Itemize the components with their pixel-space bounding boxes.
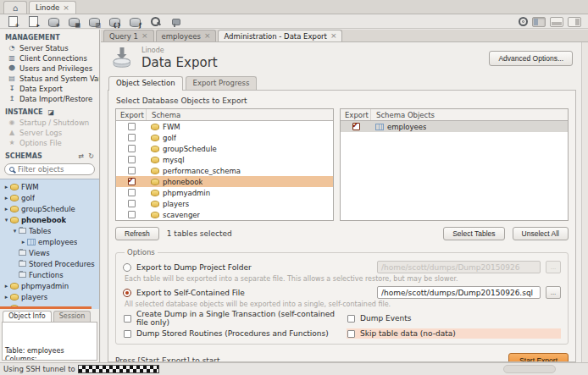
document-tab[interactable]: Administration - Data Export bbox=[218, 30, 342, 41]
close-icon[interactable] bbox=[63, 4, 69, 12]
sidebar-item[interactable]: Server Status bbox=[0, 43, 99, 53]
new-query-tab-icon[interactable]: + bbox=[7, 16, 19, 27]
export-checkbox[interactable] bbox=[128, 145, 136, 152]
table-row[interactable]: mysql bbox=[116, 154, 333, 165]
tree-arrow-icon[interactable] bbox=[3, 206, 10, 212]
advanced-options-button[interactable]: Advanced Options... bbox=[489, 51, 573, 66]
toggle-right-sidebar-button[interactable] bbox=[568, 17, 581, 27]
settings-icon[interactable] bbox=[519, 17, 528, 26]
document-tab[interactable]: employees bbox=[156, 30, 217, 41]
table-row[interactable]: FWM bbox=[116, 121, 333, 132]
tree-arrow-icon[interactable] bbox=[3, 184, 10, 190]
export-checkbox[interactable] bbox=[128, 167, 136, 174]
sidebar-item[interactable]: Options File bbox=[0, 138, 99, 148]
export-checkbox[interactable] bbox=[128, 178, 136, 185]
expand-collapse-icon[interactable]: ⇄ bbox=[79, 152, 85, 160]
object-info-line: Columns: bbox=[5, 356, 94, 361]
sidebar-item[interactable]: Data Import/Restore bbox=[0, 94, 99, 104]
table-row[interactable]: performance_schema bbox=[116, 165, 333, 176]
object-info-tab[interactable]: Object Info bbox=[3, 311, 52, 322]
subtab[interactable]: Export Progress bbox=[186, 76, 258, 90]
export-checkbox[interactable] bbox=[128, 134, 136, 141]
select-tables-button[interactable]: Select Tables bbox=[443, 227, 504, 240]
subtab[interactable]: Object Selection bbox=[108, 76, 183, 91]
table-row[interactable]: groupSchedule bbox=[116, 143, 333, 154]
filter-objects-input[interactable] bbox=[18, 165, 90, 174]
create-table-icon[interactable]: ▦ bbox=[68, 16, 80, 27]
document-tab[interactable]: Query 1 bbox=[103, 30, 154, 41]
export-checkbox[interactable] bbox=[128, 156, 136, 163]
export-mode-radio[interactable] bbox=[123, 289, 131, 297]
schema-tree-item[interactable]: Views bbox=[0, 247, 99, 258]
home-tab[interactable]: ⌂ bbox=[3, 1, 27, 14]
schema-tree-item[interactable]: phonebook bbox=[0, 214, 99, 225]
sidebar-item[interactable]: Startup / Shutdown bbox=[0, 118, 99, 128]
sidebar-item[interactable]: Status and System Variables bbox=[0, 74, 99, 84]
close-icon[interactable] bbox=[141, 32, 148, 40]
export-checkbox[interactable] bbox=[128, 189, 136, 196]
sidebar-item[interactable]: Users and Privileges bbox=[0, 63, 99, 74]
open-sql-script-icon[interactable]: ▸ bbox=[27, 16, 40, 27]
tree-arrow-icon[interactable] bbox=[3, 283, 10, 290]
tree-arrow-icon[interactable] bbox=[3, 294, 10, 301]
close-icon[interactable] bbox=[330, 32, 337, 40]
object-info-tab[interactable]: Session bbox=[53, 311, 92, 322]
export-mode-radio[interactable] bbox=[123, 263, 131, 272]
horizontal-scrollbar[interactable] bbox=[0, 306, 92, 309]
dump-option-checkbox[interactable] bbox=[347, 315, 355, 323]
schema-tree-item[interactable]: Stored Procedures bbox=[0, 258, 99, 269]
browse-button[interactable]: ... bbox=[546, 286, 561, 299]
sidebar-item[interactable]: Client Connections bbox=[0, 53, 99, 63]
sidebar-item-label: Users and Privileges bbox=[19, 64, 92, 73]
table-row[interactable]: phonebook bbox=[116, 176, 333, 187]
export-path-input[interactable] bbox=[377, 261, 541, 273]
schema-tree-item[interactable]: players bbox=[0, 291, 99, 302]
vertical-scrollbar[interactable] bbox=[581, 42, 588, 362]
unselect-all-button[interactable]: Unselect All bbox=[513, 227, 569, 240]
schema-tree-item[interactable]: Tables bbox=[0, 225, 99, 236]
option-help-text: All selected database objects will be ex… bbox=[125, 301, 561, 308]
reconnect-dbms-icon[interactable] bbox=[169, 16, 182, 27]
sidebar-item[interactable]: Data Export bbox=[0, 84, 99, 94]
schema-name: phpmyadmin bbox=[163, 189, 210, 197]
schema-tree-item[interactable]: phpmyadmin bbox=[0, 280, 99, 291]
tree-arrow-icon[interactable] bbox=[3, 195, 10, 201]
browse-button[interactable]: ... bbox=[546, 261, 561, 273]
table-row[interactable]: employees bbox=[341, 121, 568, 132]
create-function-icon[interactable]: ƒ bbox=[129, 16, 141, 27]
tree-arrow-icon[interactable] bbox=[19, 239, 27, 245]
close-icon[interactable] bbox=[204, 32, 211, 40]
schema-tree-item[interactable]: Functions bbox=[0, 269, 99, 280]
export-path-input[interactable] bbox=[377, 286, 541, 299]
dump-option-checkbox[interactable] bbox=[124, 330, 131, 338]
table-row[interactable]: scavenger bbox=[116, 209, 333, 220]
dump-option-checkbox[interactable] bbox=[124, 315, 131, 323]
schema-tree-item[interactable]: groupSchedule bbox=[0, 203, 99, 214]
start-export-button[interactable]: Start Export bbox=[508, 353, 569, 362]
sidebar-item[interactable]: Server Logs bbox=[0, 128, 99, 138]
create-procedure-icon[interactable]: {} bbox=[108, 16, 121, 27]
create-view-icon[interactable]: ▥ bbox=[88, 16, 101, 27]
schema-name: groupSchedule bbox=[163, 145, 217, 153]
schema-tree-item[interactable]: golf bbox=[0, 192, 99, 203]
connection-tab[interactable]: Linode bbox=[29, 1, 76, 14]
export-checkbox[interactable] bbox=[352, 123, 360, 130]
refresh-button[interactable]: Refresh bbox=[115, 227, 159, 240]
toggle-bottom-panel-button[interactable] bbox=[550, 17, 563, 27]
table-row[interactable]: golf bbox=[116, 132, 333, 143]
tree-arrow-icon[interactable] bbox=[11, 228, 19, 234]
search-table-data-icon[interactable] bbox=[149, 16, 162, 27]
create-schema-icon[interactable]: + bbox=[47, 16, 60, 27]
table-row[interactable]: phpmyadmin bbox=[116, 187, 333, 198]
export-checkbox[interactable] bbox=[128, 123, 136, 130]
tree-arrow-icon[interactable] bbox=[3, 217, 10, 223]
table-row[interactable]: players bbox=[116, 198, 333, 209]
export-checkbox[interactable] bbox=[128, 211, 136, 218]
schema-tree-item[interactable]: employees bbox=[0, 236, 99, 247]
dump-option-label: Skip table data (no-data) bbox=[360, 329, 456, 338]
schema-tree-item[interactable]: FWM bbox=[0, 181, 99, 192]
export-checkbox[interactable] bbox=[128, 200, 136, 207]
refresh-schemas-icon[interactable]: ↻ bbox=[88, 152, 94, 160]
toggle-left-sidebar-button[interactable] bbox=[532, 17, 546, 27]
dump-option-checkbox[interactable] bbox=[347, 330, 355, 338]
